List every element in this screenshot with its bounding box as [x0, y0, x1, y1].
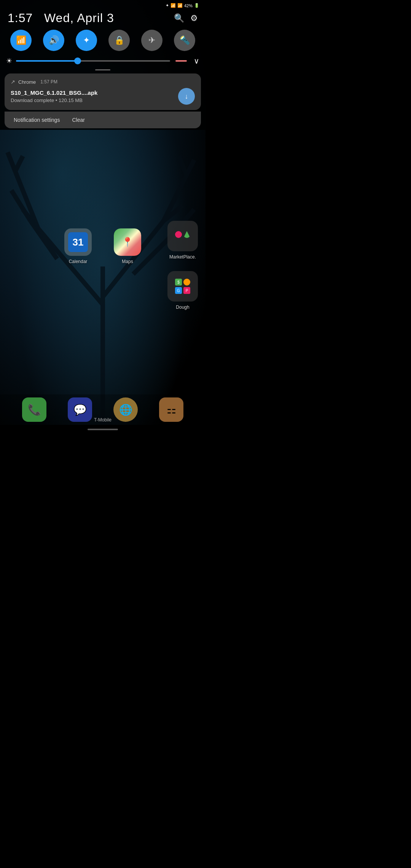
dough-icon-2 — [183, 279, 190, 286]
brightness-slider[interactable] — [16, 60, 170, 62]
bluetooth-status-icon: ✦ — [166, 3, 169, 8]
mp-spacer — [175, 239, 177, 241]
marketplace-app[interactable]: MarketPlace. — [167, 221, 198, 260]
panel-handle — [95, 69, 110, 70]
notification-clear-button[interactable]: Clear — [69, 115, 88, 124]
brightness-icon: ☀ — [6, 57, 12, 65]
sound-toggle[interactable]: 🔊 — [43, 30, 64, 51]
battery-icon: 🔋 — [194, 3, 199, 8]
calendar-label: Calendar — [69, 259, 88, 264]
notification-subtitle: Download complete • 120.15 MB — [11, 97, 97, 103]
airplane-toggle[interactable]: ✈ — [141, 30, 162, 51]
chrome-app-icon: ↗ — [11, 79, 15, 85]
nav-indicator — [88, 429, 118, 430]
browser-icon: 🌐 — [119, 404, 132, 416]
search-icon[interactable]: 🔍 — [174, 13, 184, 23]
messaging-dock-icon[interactable]: 💬 — [68, 397, 92, 422]
dough-app[interactable]: $ G P Dough — [167, 271, 198, 310]
brightness-row: ☀ ∨ — [0, 56, 206, 69]
brightness-indicator — [175, 60, 187, 62]
bluetooth-toggle[interactable]: ✦ — [76, 30, 97, 51]
apps-icon: ⚏ — [167, 404, 176, 416]
datetime-row: 1:57 Wed, April 3 🔍 ⚙ — [0, 10, 206, 30]
phone-icon: 📞 — [28, 404, 41, 416]
browser-dock-icon[interactable]: 🌐 — [113, 397, 138, 422]
dough-label: Dough — [176, 305, 189, 310]
calendar-date: 31 — [68, 232, 88, 252]
notification-title: S10_1_MGC_6.1.021_BSG....apk — [11, 89, 97, 96]
flashlight-icon: 🔦 — [180, 35, 190, 45]
date-display: Wed, April 3 — [44, 11, 114, 25]
airplane-icon: ✈ — [148, 35, 155, 45]
battery-percent: 42% — [184, 3, 193, 8]
mp-icon-2 — [183, 231, 190, 238]
calendar-app[interactable]: 31 Calendar — [57, 228, 99, 264]
wifi-status-icon: 📶 — [170, 3, 176, 8]
phone-dock-icon[interactable]: 📞 — [22, 397, 46, 422]
mp-icon-1 — [175, 231, 182, 238]
brightness-filled — [16, 60, 78, 62]
status-bar: ✦ 📶 📶 42% 🔋 — [0, 0, 206, 10]
time-display: 1:57 — [8, 11, 33, 25]
status-icons: ✦ 📶 📶 42% 🔋 — [166, 3, 199, 8]
notification-header: ↗ Chrome 1:57 PM — [11, 79, 195, 85]
maps-logo — [114, 228, 141, 256]
marketplace-label: MarketPlace. — [169, 254, 196, 260]
home-screen: 31 Calendar Maps — [0, 145, 206, 404]
messages-icon: 💬 — [73, 404, 87, 416]
quick-toggles-row: 📶 🔊 ✦ 🔒 ✈ 🔦 — [0, 30, 206, 56]
notification-time: 1:57 PM — [40, 79, 57, 85]
notification-body: S10_1_MGC_6.1.021_BSG....apk Download co… — [11, 88, 195, 110]
dock-area: T-Mobile 📞 💬 🌐 ⚏ — [0, 417, 206, 425]
download-icon: ↓ — [185, 93, 188, 101]
notification-actions-bar: Notification settings Clear — [5, 112, 201, 128]
settings-icon[interactable]: ⚙ — [190, 13, 198, 23]
brightness-thumb[interactable] — [74, 57, 81, 64]
header-actions: 🔍 ⚙ — [174, 13, 198, 23]
chrome-notification-card: ↗ Chrome 1:57 PM S10_1_MGC_6.1.021_BSG..… — [5, 73, 201, 110]
dough-icon-1: $ — [175, 279, 182, 286]
bluetooth-icon: ✦ — [83, 35, 90, 45]
marketplace-logo — [170, 227, 195, 246]
calendar-icon: 31 — [64, 228, 92, 256]
right-apps: MarketPlace. $ G P Dough — [167, 221, 198, 310]
flashlight-toggle[interactable]: 🔦 — [174, 30, 195, 51]
wifi-icon: 📶 — [16, 35, 26, 45]
lock-icon: 🔒 — [114, 35, 124, 45]
notification-app-name: Chrome — [18, 79, 36, 85]
dough-icon-3: G — [175, 287, 182, 294]
navigation-bar — [0, 425, 206, 434]
dough-icon-4: P — [183, 287, 190, 294]
apps-dock-icon[interactable]: ⚏ — [159, 397, 183, 422]
wifi-toggle[interactable]: 📶 — [10, 30, 32, 51]
notification-panel: ✦ 📶 📶 42% 🔋 1:57 Wed, April 3 🔍 ⚙ 📶 🔊 ✦ — [0, 0, 206, 130]
mp-spacer-2 — [183, 239, 185, 241]
notification-text: S10_1_MGC_6.1.021_BSG....apk Download co… — [11, 89, 97, 103]
dough-icon: $ G P — [167, 271, 198, 302]
maps-icon — [114, 228, 141, 256]
download-action-button[interactable]: ↓ — [178, 88, 195, 105]
clock-display: 1:57 Wed, April 3 — [8, 11, 114, 25]
sound-icon: 🔊 — [49, 35, 59, 45]
expand-icon[interactable]: ∨ — [194, 56, 199, 65]
maps-app[interactable]: Maps — [107, 228, 148, 264]
dock: 📞 💬 🌐 ⚏ — [0, 394, 206, 425]
maps-label: Maps — [122, 259, 133, 264]
signal-status-icon: 📶 — [177, 3, 183, 8]
notification-settings-button[interactable]: Notification settings — [11, 115, 63, 124]
marketplace-icon — [167, 221, 198, 251]
screen-lock-toggle[interactable]: 🔒 — [108, 30, 130, 51]
dough-logo: $ G P — [171, 275, 194, 298]
